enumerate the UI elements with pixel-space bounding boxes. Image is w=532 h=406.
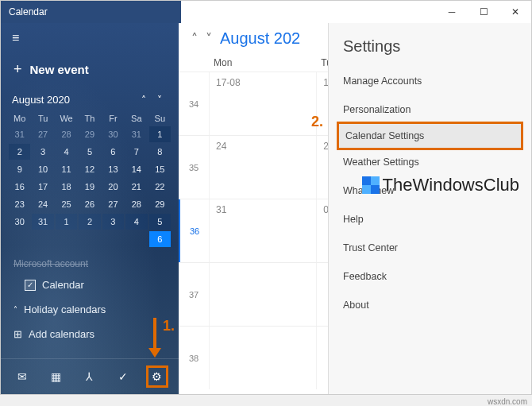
mini-day-cell[interactable]: 30 [9, 214, 30, 230]
mini-day-cell[interactable]: 31 [125, 126, 147, 142]
settings-item-personalization[interactable]: Personalization [329, 95, 531, 124]
mini-day-cell[interactable]: 4 [56, 144, 77, 160]
mini-day-cell[interactable]: 27 [32, 126, 53, 142]
settings-item-help[interactable]: Help [329, 205, 531, 234]
mini-day-cell[interactable]: 3 [32, 144, 53, 160]
mini-day-cell[interactable]: 2 [79, 214, 100, 230]
mini-day-cell[interactable]: 31 [9, 126, 30, 142]
annotation-arrow-icon [149, 318, 160, 358]
calendar-checkbox-row[interactable]: ✓ Calendar [1, 273, 179, 297]
mini-day-cell[interactable]: 3 [102, 214, 124, 230]
window-controls: ─ ☐ ✕ [436, 1, 531, 23]
todo-icon[interactable]: ✓ [112, 365, 134, 388]
mini-day-cell[interactable]: 1 [56, 214, 77, 230]
week-number: 36 [179, 199, 209, 262]
mini-day-cell[interactable]: 20 [102, 179, 124, 195]
settings-item-trust-center[interactable]: Trust Center [329, 234, 531, 262]
maximize-button[interactable]: ☐ [468, 1, 499, 23]
close-button[interactable]: ✕ [499, 1, 531, 23]
week-number: 38 [179, 327, 209, 389]
day-cell[interactable] [209, 263, 316, 326]
mini-day-cell[interactable]: 29 [79, 126, 100, 142]
mini-day-cell[interactable]: 8 [149, 144, 171, 160]
day-cell[interactable]: 24 [209, 136, 316, 199]
mini-day-cell[interactable]: 16 [9, 179, 30, 195]
mini-month-label: August 2020 [12, 94, 136, 106]
prev-month-icon[interactable]: ˄ [136, 95, 152, 106]
mini-day-cell[interactable]: 18 [56, 179, 77, 195]
mail-icon[interactable]: ✉ [11, 365, 33, 388]
holiday-label: Holiday calendars [24, 304, 106, 315]
mini-weekday: Th [79, 112, 100, 125]
mini-day-cell[interactable]: 13 [102, 161, 124, 177]
settings-item-about[interactable]: About [329, 291, 531, 319]
mini-day-cell[interactable]: 11 [56, 161, 77, 177]
mini-day-cell[interactable]: 31 [32, 214, 53, 230]
mini-day-cell[interactable]: 28 [125, 196, 147, 212]
mini-day-cell[interactable]: 25 [56, 196, 77, 212]
chevron-up-icon: ˄ [13, 305, 17, 314]
mini-day-cell[interactable]: 15 [149, 161, 171, 177]
mini-day-cell[interactable]: 21 [125, 179, 147, 195]
checkbox-icon: ✓ [25, 280, 36, 291]
mini-day-cell[interactable]: 26 [79, 196, 100, 212]
settings-item-calendar-settings[interactable]: Calendar Settings [337, 122, 523, 150]
mini-day-cell[interactable]: 2 [9, 144, 30, 160]
mini-day-cell[interactable]: 29 [149, 196, 171, 212]
mini-day-cell[interactable]: 12 [79, 161, 100, 177]
main-area: ˄ ˅ August 202 MonTueWed 3417-0818193524… [179, 23, 531, 394]
mini-day-cell[interactable]: 1 [149, 126, 171, 142]
calendar-icon[interactable]: ▦ [45, 365, 67, 388]
mini-day-cell[interactable]: 24 [32, 196, 53, 212]
mini-day-cell[interactable] [125, 231, 147, 247]
mini-day-cell[interactable]: 17 [32, 179, 53, 195]
mini-day-cell[interactable]: 6 [149, 231, 171, 247]
mini-day-cell[interactable]: 10 [32, 161, 53, 177]
mini-day-cell[interactable] [9, 231, 30, 247]
people-icon[interactable]: ⅄ [79, 365, 101, 388]
week-number: 37 [179, 263, 209, 326]
prev-icon[interactable]: ˄ [191, 31, 198, 46]
mini-day-cell[interactable]: 28 [56, 126, 77, 142]
week-number: 35 [179, 136, 209, 199]
plus-icon: + [13, 61, 22, 78]
settings-item-weather-settings[interactable]: Weather Settings [329, 148, 531, 176]
credit-text: wsxdn.com [488, 397, 527, 406]
new-event-button[interactable]: + New event [1, 53, 179, 86]
next-month-icon[interactable]: ˅ [152, 95, 168, 106]
mini-day-cell[interactable] [102, 231, 124, 247]
mini-weekday: Sa [125, 112, 147, 125]
mini-day-cell[interactable]: 5 [79, 144, 100, 160]
next-icon[interactable]: ˅ [206, 31, 212, 46]
settings-item-what-s-new[interactable]: What's new [329, 176, 531, 205]
mini-day-cell[interactable]: 19 [79, 179, 100, 195]
day-cell[interactable]: 17-08 [209, 72, 316, 135]
mini-day-cell[interactable]: 22 [149, 179, 171, 195]
settings-item-manage-accounts[interactable]: Manage Accounts [329, 67, 531, 95]
mini-day-cell[interactable]: 23 [9, 196, 30, 212]
sidebar-bottom-icons: ✉ ▦ ⅄ ✓ ⚙ [1, 358, 179, 394]
settings-gear-icon[interactable]: ⚙ [146, 365, 168, 388]
day-cell[interactable] [209, 327, 316, 389]
mini-calendar: August 2020 ˄ ˅ MoTuWeThFrSaSu3127282930… [1, 86, 179, 255]
settings-item-feedback[interactable]: Feedback [329, 262, 531, 291]
mini-day-cell[interactable]: 14 [125, 161, 147, 177]
settings-panel: Settings Manage AccountsPersonalizationC… [328, 23, 531, 394]
mini-day-cell[interactable]: 6 [102, 144, 124, 160]
mini-day-cell[interactable] [79, 231, 100, 247]
minimize-button[interactable]: ─ [436, 1, 468, 23]
hamburger-icon[interactable]: ≡ [1, 23, 179, 53]
mini-day-cell[interactable]: 5 [149, 214, 171, 230]
day-header: Mon [209, 54, 316, 72]
mini-day-cell[interactable] [56, 231, 77, 247]
annotation-2: 2. [311, 114, 323, 130]
mini-day-cell[interactable]: 9 [9, 161, 30, 177]
add-cal-label: Add calendars [29, 328, 94, 340]
day-cell[interactable]: 31 [209, 199, 316, 262]
mini-day-cell[interactable]: 4 [125, 214, 147, 230]
mini-day-cell[interactable]: 30 [102, 126, 124, 142]
mini-day-cell[interactable]: 27 [102, 196, 124, 212]
account-label: Microsoft account [1, 255, 179, 273]
mini-day-cell[interactable] [32, 231, 53, 247]
mini-day-cell[interactable]: 7 [125, 144, 147, 160]
